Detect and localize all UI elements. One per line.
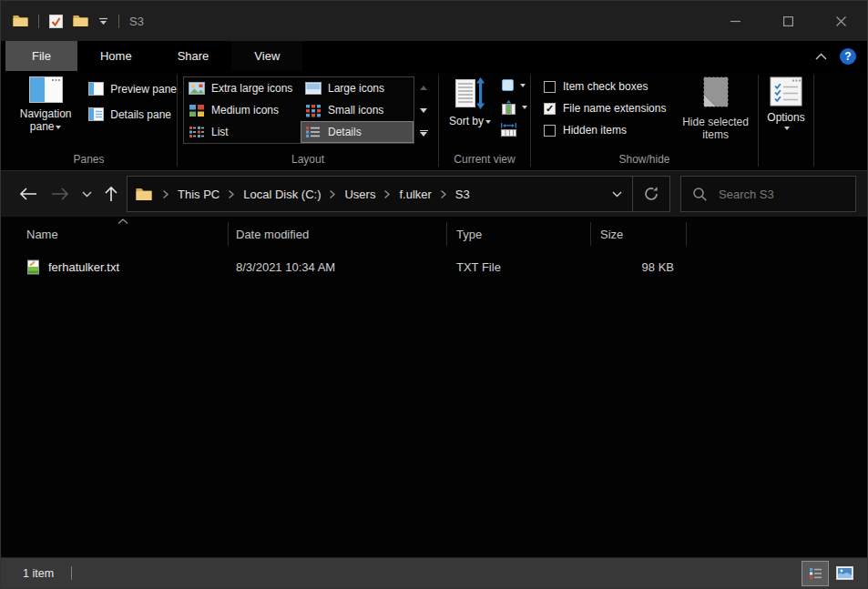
file-name-extensions-checkbox[interactable]: File name extensions [544,102,673,115]
maximize-button[interactable] [761,1,814,41]
layout-item-label: Extra large icons [211,82,292,95]
qat-properties-button[interactable] [49,15,63,28]
tab-share[interactable]: Share [155,41,232,71]
search-box[interactable] [680,176,856,212]
sort-by-label: Sort by [449,115,484,127]
breadcrumb-this-pc[interactable]: This PC [178,188,220,201]
group-options: Options [759,71,813,170]
group-show-hide: Item check boxes File name extensions Hi… [531,71,758,170]
layout-item-label: Details [328,126,362,138]
options-button[interactable]: Options [762,71,809,130]
layout-item-label: Large icons [328,82,384,95]
chevron-down-icon [485,120,491,124]
breadcrumb-users[interactable]: Users [344,188,375,201]
layout-large-icons[interactable]: Large icons [301,77,414,99]
add-columns-button[interactable] [500,99,527,116]
details-pane-button[interactable]: Details pane [88,107,177,121]
column-header-date-modified[interactable]: Date modified [229,222,447,246]
file-name: ferhatulker.txt [48,260,119,274]
address-folder-icon [128,188,154,201]
file-row[interactable]: ferhatulker.txt 8/3/2021 10:34 AM TXT Fi… [1,253,867,280]
breadcrumb-chevron-icon [321,189,344,199]
breadcrumb-local-disk-c[interactable]: Local Disk (C:) [243,188,321,201]
navigation-pane-button[interactable]: Navigation pane [10,71,81,133]
address-bar: This PC Local Disk (C:) Users f.ulker S3 [1,171,867,217]
column-header-name[interactable]: Name [1,222,229,246]
column-header-size[interactable]: Size [591,222,687,246]
tab-file[interactable]: File [5,41,77,71]
minimize-button[interactable] [709,1,761,41]
layout-extra-large-icons[interactable]: Extra large icons [184,77,301,99]
details-pane-icon [88,107,104,121]
tab-view[interactable]: View [231,41,302,71]
layout-list[interactable]: List [184,121,301,143]
layout-item-label: Small icons [328,104,383,117]
breadcrumb-f-ulker[interactable]: f.ulker [399,188,431,201]
recent-locations-button[interactable] [76,178,97,209]
item-check-boxes-checkbox[interactable]: Item check boxes [544,80,673,93]
group-by-button[interactable] [500,77,527,93]
close-button[interactable] [814,1,867,41]
gallery-more-button[interactable] [414,122,433,145]
forward-button[interactable] [45,178,76,209]
large-icons-icon [305,82,322,95]
details-view-icon [305,126,322,138]
column-header-type[interactable]: Type [447,222,591,246]
preview-pane-button[interactable]: Preview pane [88,82,177,96]
layout-medium-icons[interactable]: Medium icons [184,99,301,121]
collapse-ribbon-icon[interactable] [815,53,827,60]
hide-selected-items-label: Hide selected items [678,116,753,141]
checkbox-icon[interactable] [544,81,556,93]
checkbox-checked-icon[interactable] [544,103,556,115]
breadcrumb-s3[interactable]: S3 [455,188,470,201]
refresh-button[interactable] [632,177,669,211]
group-caption-layout: Layout [178,152,438,170]
explorer-window: S3 File Home Share View [0,0,868,589]
group-by-icon [500,77,516,93]
gallery-scroll-down-button[interactable] [414,99,433,122]
group-panes: Navigation pane Preview pane Det [1,71,177,170]
file-date-modified: 8/3/2021 10:34 AM [229,260,447,274]
up-button[interactable] [97,178,125,209]
checkbox-icon[interactable] [544,125,556,137]
search-input[interactable] [717,187,848,202]
preview-pane-label: Preview pane [110,83,177,96]
file-name-extensions-label: File name extensions [563,102,666,115]
sort-by-button[interactable]: Sort by [444,71,495,127]
breadcrumb-chevron-icon [432,189,455,199]
options-label: Options [767,111,804,124]
gallery-scroll-up-button[interactable] [414,76,433,99]
qat-new-folder-button[interactable] [73,15,88,27]
small-icons-icon [305,104,322,117]
thumbnail-view-toggle[interactable] [831,561,858,586]
details-view-toggle[interactable] [802,561,829,586]
hide-selected-items-button[interactable]: Hide selected items [673,71,758,141]
list-view-icon [189,126,205,138]
chevron-down-icon [520,84,526,87]
breadcrumb-chevron-icon [375,189,399,199]
back-button[interactable] [12,178,45,209]
group-current-view: Sort by [439,71,530,170]
layout-details[interactable]: Details [301,121,414,143]
navigation-pane-label: Navigation pane [20,107,72,133]
qat-customize-button[interactable] [98,17,108,25]
address-dropdown-button[interactable] [601,177,632,211]
breadcrumb-chevron-icon [220,189,243,199]
layout-small-icons[interactable]: Small icons [301,99,414,121]
group-caption-current-view: Current view [439,152,530,170]
address-box[interactable]: This PC Local Disk (C:) Users f.ulker S3 [127,176,670,212]
help-button[interactable] [840,48,856,65]
hidden-items-checkbox[interactable]: Hidden items [544,124,673,137]
file-size: 98 KB [591,260,687,274]
tab-home[interactable]: Home [77,41,155,71]
explorer-window-icon [13,15,28,27]
column-headers: Name Date modified Type Size [1,218,867,249]
file-list-area[interactable]: Name Date modified Type Size ferhatulker… [1,217,867,557]
window-title: S3 [129,15,144,28]
size-columns-to-fit-button[interactable] [500,122,527,137]
options-icon [770,76,802,107]
layout-item-label: Medium icons [211,104,279,117]
status-bar: 1 item [1,557,867,588]
extra-large-icons-icon [189,82,205,95]
quick-access-toolbar [1,15,119,28]
